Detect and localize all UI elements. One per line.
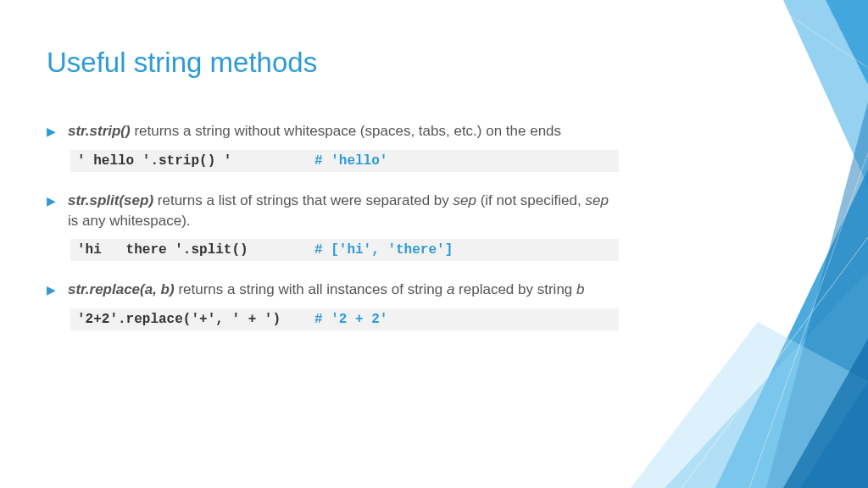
code-input: '2+2'.replace('+', ' + ') [77,312,314,327]
code-comment: # ['hi', 'there'] [314,242,453,258]
background-decoration [631,0,868,488]
bullet-icon: ▶ [47,125,56,138]
method-description: str.split(sep) returns a list of strings… [68,191,619,231]
code-example: ' hello '.strip() '# 'hello' [70,150,619,172]
svg-line-8 [749,152,868,488]
svg-marker-5 [631,322,868,488]
code-example: '2+2'.replace('+', ' + ')# '2 + 2' [70,308,619,330]
method-description: str.strip() returns a string without whi… [68,121,561,141]
svg-line-7 [682,237,868,488]
svg-marker-6 [783,339,868,488]
svg-marker-1 [783,0,868,186]
method-item: ▶str.replace(a, b) returns a string with… [47,280,619,330]
svg-marker-2 [715,169,868,488]
code-input: ' hello '.strip() ' [77,153,314,169]
method-description: str.replace(a, b) returns a string with … [68,280,585,300]
svg-marker-0 [826,0,868,85]
svg-marker-4 [766,102,868,488]
svg-line-9 [766,0,868,68]
bullet-row: ▶str.split(sep) returns a list of string… [47,191,619,231]
code-example: 'hi there '.split()# ['hi', 'there'] [70,239,619,261]
code-input: 'hi there '.split() [77,242,314,258]
method-item: ▶str.strip() returns a string without wh… [47,121,619,172]
svg-marker-3 [665,271,868,488]
slide-content: Useful string methods ▶str.strip() retur… [0,0,661,330]
slide-title: Useful string methods [47,47,619,79]
bullet-row: ▶str.strip() returns a string without wh… [47,121,619,141]
bullet-icon: ▶ [47,194,56,208]
method-item: ▶str.split(sep) returns a list of string… [47,191,619,262]
bullet-icon: ▶ [47,283,56,297]
code-comment: # '2 + 2' [314,312,387,327]
bullet-row: ▶str.replace(a, b) returns a string with… [47,280,619,300]
code-comment: # 'hello' [314,153,387,169]
